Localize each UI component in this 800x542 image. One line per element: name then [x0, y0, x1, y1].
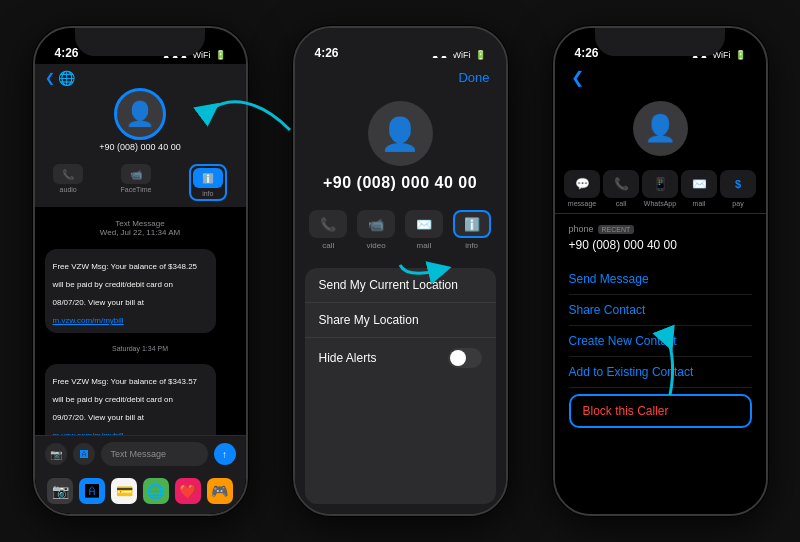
p2-mail-icon: ✉️	[405, 210, 443, 238]
p3-call-icon: 📞	[603, 170, 639, 198]
hide-alerts-toggle-wrapper	[448, 348, 482, 368]
create-contact-item[interactable]: Create New Contact	[569, 326, 752, 357]
p3-mail-btn[interactable]: ✉️ mail	[681, 170, 717, 207]
msg-date-2: Saturday 1:34 PM	[45, 345, 236, 352]
info-btn-1[interactable]: ℹ️ info	[189, 164, 227, 201]
p3-mail-icon: ✉️	[681, 170, 717, 198]
hide-alerts-item[interactable]: Hide Alerts	[305, 338, 496, 378]
status-icons-3: ▲▲ WiFi 🔋	[691, 50, 746, 60]
app-dock: 📷 🅰 💳 🌐 ❤️ 🎮	[35, 472, 246, 514]
p2-info-btn[interactable]: ℹ️ info	[453, 210, 491, 250]
send-message-item[interactable]: Send Message	[569, 264, 752, 295]
msg-text-2: Free VZW Msg: Your balance of $343.57 wi…	[53, 377, 198, 435]
hide-alerts-toggle[interactable]	[448, 348, 482, 368]
contact-avatar-1[interactable]: 👤	[114, 88, 166, 140]
phone3-info-section: phone RECENT +90 (008) 000 40 00 Send Me…	[555, 214, 766, 514]
phone3-action-bar: 💬 message 📞 call 📱 WhatsApp ✉️ mail	[555, 164, 766, 214]
send-message-label: Send Message	[569, 272, 649, 286]
p3-pay-btn[interactable]: $ pay	[720, 170, 756, 207]
info-label-1: info	[202, 190, 213, 197]
phone-1: 4:26 ▲▲▲ WiFi 🔋 ❮ 🌐 �	[33, 26, 248, 516]
msg-type-header: Text Message Wed, Jul 22, 11:34 AM	[45, 219, 236, 237]
msg-text-1: Free VZW Msg: Your balance of $348.25 wi…	[53, 262, 198, 325]
phone2-content: Done 👤 +90 (008) 000 40 00 📞 call 📹	[295, 64, 506, 514]
p3-whatsapp-btn[interactable]: 📱 WhatsApp	[642, 170, 678, 207]
add-existing-item[interactable]: Add to Existing Contact	[569, 357, 752, 388]
person-icon-2: 👤	[380, 115, 420, 153]
p2-video-btn[interactable]: 📹 video	[357, 210, 395, 250]
signal-icon-3: ▲▲	[691, 50, 709, 60]
camera-icon[interactable]: 📷	[45, 443, 67, 465]
p3-call-btn[interactable]: 📞 call	[603, 170, 639, 207]
share-contact-label: Share Contact	[569, 303, 646, 317]
p3-whatsapp-icon: 📱	[642, 170, 678, 198]
back-button-1[interactable]: ❮ 🌐	[45, 70, 75, 86]
dock-icon-globe[interactable]: 🌐	[143, 478, 169, 504]
p2-mail-btn[interactable]: ✉️ mail	[405, 210, 443, 250]
phone1-content: ❮ 🌐 👤 +90 (008) 000 40 00 📞	[35, 64, 246, 514]
dock-icon-heart[interactable]: ❤️	[175, 478, 201, 504]
done-button[interactable]: Done	[458, 70, 489, 85]
phone2-action-bar: 📞 call 📹 video ✉️ mail ℹ️ info	[295, 202, 506, 258]
status-icons-2: ▲▲ WiFi 🔋	[431, 50, 486, 60]
dock-icon-game[interactable]: 🎮	[207, 478, 233, 504]
battery-icon-2: 🔋	[475, 50, 486, 60]
create-contact-label: Create New Contact	[569, 334, 677, 348]
add-existing-label: Add to Existing Contact	[569, 365, 694, 379]
p3-mail-label: mail	[693, 200, 706, 207]
phone2-header: Done	[295, 64, 506, 91]
info-icon-1: ℹ️	[193, 168, 223, 188]
back-chevron-3[interactable]: ❮	[571, 68, 584, 87]
p2-video-icon: 📹	[357, 210, 395, 238]
message-bubble-2: Free VZW Msg: Your balance of $343.57 wi…	[45, 364, 217, 435]
send-button[interactable]: ↑	[214, 443, 236, 465]
battery-icon-3: 🔋	[735, 50, 746, 60]
contact-number-2: +90 (008) 000 40 00	[323, 174, 477, 192]
contact-avatar-2: 👤	[368, 101, 433, 166]
block-caller-button[interactable]: Block this Caller	[569, 394, 752, 428]
status-bar-3: 4:26 ▲▲ WiFi 🔋	[555, 28, 766, 64]
p3-message-btn[interactable]: 💬 message	[564, 170, 600, 207]
status-icons-1: ▲▲▲ WiFi 🔋	[162, 50, 226, 60]
contact-avatar-3: 👤	[633, 101, 688, 156]
scene: 4:26 ▲▲▲ WiFi 🔋 ❮ 🌐 �	[0, 0, 800, 542]
battery-icon: 🔋	[215, 50, 226, 60]
send-location-item[interactable]: Send My Current Location	[305, 268, 496, 303]
share-contact-item[interactable]: Share Contact	[569, 295, 752, 326]
person-icon-1: 👤	[125, 100, 155, 128]
wifi-icon-2: WiFi	[453, 50, 471, 60]
recent-badge: RECENT	[598, 225, 635, 234]
dock-icon-pay[interactable]: 💳	[111, 478, 137, 504]
audio-btn[interactable]: 📞 audio	[53, 164, 83, 201]
phone3-content: ❮ 👤 💬 message 📞 call	[555, 64, 766, 514]
signal-icon-2: ▲▲	[431, 50, 449, 60]
p3-whatsapp-label: WhatsApp	[644, 200, 676, 207]
send-location-label: Send My Current Location	[319, 278, 458, 292]
wifi-icon-3: WiFi	[713, 50, 731, 60]
status-bar-2: 4:26 ▲▲ WiFi 🔋	[295, 28, 506, 64]
chevron-left-icon: ❮	[45, 71, 55, 85]
phone-2: 4:26 ▲▲ WiFi 🔋 Done 👤 +90 (008) 000 40 0…	[293, 26, 508, 516]
dock-icon-a[interactable]: 🅰	[79, 478, 105, 504]
status-bar-1: 4:26 ▲▲▲ WiFi 🔋	[35, 28, 246, 64]
contact-section-2: 👤 +90 (008) 000 40 00	[295, 91, 506, 202]
dock-icon-camera[interactable]: 📷	[47, 478, 73, 504]
info-action-list: Send Message Share Contact Create New Co…	[569, 264, 752, 388]
app-icon[interactable]: 🅰	[73, 443, 95, 465]
p2-call-btn[interactable]: 📞 call	[309, 210, 347, 250]
phone-label: phone	[569, 224, 594, 234]
p2-info-icon: ℹ️	[453, 210, 491, 238]
phone2-menu: Send My Current Location Share My Locati…	[305, 268, 496, 504]
facetime-btn[interactable]: 📹 FaceTime	[121, 164, 152, 201]
audio-icon: 📞	[53, 164, 83, 184]
share-location-item[interactable]: Share My Location	[305, 303, 496, 338]
person-icon-3: 👤	[644, 113, 676, 144]
hide-alerts-label: Hide Alerts	[319, 351, 377, 365]
message-bubble-1: Free VZW Msg: Your balance of $348.25 wi…	[45, 249, 217, 333]
phone-3: 4:26 ▲▲ WiFi 🔋 ❮ 👤	[553, 26, 768, 516]
back-icon-circle: 🌐	[58, 70, 75, 86]
p2-info-label: info	[465, 241, 478, 250]
block-caller-label: Block this Caller	[583, 404, 669, 418]
p3-message-icon: 💬	[564, 170, 600, 198]
text-message-input[interactable]: Text Message	[101, 442, 208, 466]
